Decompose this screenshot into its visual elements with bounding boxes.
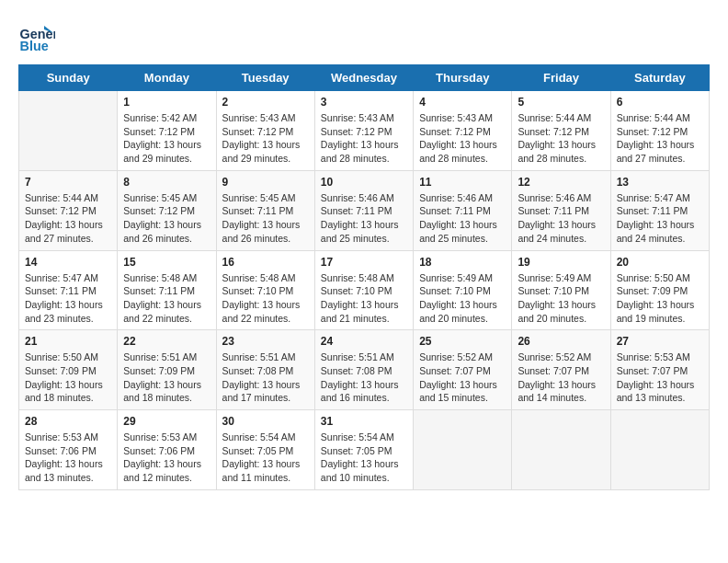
calendar-cell: 25Sunrise: 5:52 AM Sunset: 7:07 PM Dayli… bbox=[414, 330, 512, 410]
day-info: Sunrise: 5:51 AM Sunset: 7:08 PM Dayligh… bbox=[321, 350, 407, 405]
day-info: Sunrise: 5:45 AM Sunset: 7:11 PM Dayligh… bbox=[222, 191, 309, 246]
day-info: Sunrise: 5:43 AM Sunset: 7:12 PM Dayligh… bbox=[222, 111, 309, 166]
day-info: Sunrise: 5:46 AM Sunset: 7:11 PM Dayligh… bbox=[419, 191, 506, 246]
calendar-cell: 31Sunrise: 5:54 AM Sunset: 7:05 PM Dayli… bbox=[314, 410, 413, 490]
day-number: 28 bbox=[25, 415, 111, 428]
day-info: Sunrise: 5:49 AM Sunset: 7:10 PM Dayligh… bbox=[419, 271, 506, 326]
calendar-week-4: 21Sunrise: 5:50 AM Sunset: 7:09 PM Dayli… bbox=[19, 330, 710, 410]
col-header-thursday: Thursday bbox=[414, 65, 512, 91]
calendar-cell: 12Sunrise: 5:46 AM Sunset: 7:11 PM Dayli… bbox=[512, 170, 610, 250]
day-number: 22 bbox=[123, 335, 210, 348]
svg-text:Blue: Blue bbox=[20, 39, 49, 53]
day-number: 9 bbox=[222, 176, 309, 189]
calendar-cell: 9Sunrise: 5:45 AM Sunset: 7:11 PM Daylig… bbox=[216, 170, 314, 250]
day-number: 7 bbox=[25, 176, 111, 189]
day-number: 5 bbox=[518, 96, 604, 109]
calendar-cell: 19Sunrise: 5:49 AM Sunset: 7:10 PM Dayli… bbox=[512, 250, 610, 330]
day-number: 23 bbox=[222, 335, 309, 348]
day-info: Sunrise: 5:54 AM Sunset: 7:05 PM Dayligh… bbox=[321, 431, 407, 485]
day-info: Sunrise: 5:47 AM Sunset: 7:11 PM Dayligh… bbox=[25, 271, 111, 326]
calendar-cell: 29Sunrise: 5:53 AM Sunset: 7:06 PM Dayli… bbox=[118, 410, 216, 490]
calendar-cell: 1Sunrise: 5:42 AM Sunset: 7:12 PM Daylig… bbox=[118, 91, 216, 171]
day-info: Sunrise: 5:45 AM Sunset: 7:12 PM Dayligh… bbox=[123, 191, 210, 246]
day-number: 2 bbox=[222, 96, 309, 109]
calendar-table: SundayMondayTuesdayWednesdayThursdayFrid… bbox=[18, 64, 710, 490]
day-info: Sunrise: 5:44 AM Sunset: 7:12 PM Dayligh… bbox=[617, 111, 703, 166]
day-number: 30 bbox=[222, 415, 309, 428]
calendar-cell: 6Sunrise: 5:44 AM Sunset: 7:12 PM Daylig… bbox=[610, 91, 709, 171]
calendar-cell bbox=[512, 410, 610, 490]
day-info: Sunrise: 5:48 AM Sunset: 7:11 PM Dayligh… bbox=[123, 271, 210, 326]
calendar-week-1: 1Sunrise: 5:42 AM Sunset: 7:12 PM Daylig… bbox=[19, 91, 710, 171]
calendar-cell: 15Sunrise: 5:48 AM Sunset: 7:11 PM Dayli… bbox=[118, 250, 216, 330]
day-number: 1 bbox=[123, 96, 210, 109]
logo: General Blue bbox=[18, 18, 59, 55]
day-number: 21 bbox=[25, 335, 111, 348]
day-info: Sunrise: 5:52 AM Sunset: 7:07 PM Dayligh… bbox=[518, 350, 604, 405]
calendar-cell: 5Sunrise: 5:44 AM Sunset: 7:12 PM Daylig… bbox=[512, 91, 610, 171]
calendar-cell: 21Sunrise: 5:50 AM Sunset: 7:09 PM Dayli… bbox=[19, 330, 118, 410]
day-info: Sunrise: 5:50 AM Sunset: 7:09 PM Dayligh… bbox=[25, 350, 111, 405]
calendar-cell: 20Sunrise: 5:50 AM Sunset: 7:09 PM Dayli… bbox=[610, 250, 709, 330]
day-info: Sunrise: 5:46 AM Sunset: 7:11 PM Dayligh… bbox=[321, 191, 407, 246]
calendar-cell bbox=[19, 91, 118, 171]
calendar-cell: 27Sunrise: 5:53 AM Sunset: 7:07 PM Dayli… bbox=[610, 330, 709, 410]
calendar-cell: 11Sunrise: 5:46 AM Sunset: 7:11 PM Dayli… bbox=[414, 170, 512, 250]
calendar-cell: 10Sunrise: 5:46 AM Sunset: 7:11 PM Dayli… bbox=[314, 170, 413, 250]
calendar-body: 1Sunrise: 5:42 AM Sunset: 7:12 PM Daylig… bbox=[19, 91, 710, 490]
calendar-cell: 18Sunrise: 5:49 AM Sunset: 7:10 PM Dayli… bbox=[414, 250, 512, 330]
day-info: Sunrise: 5:48 AM Sunset: 7:10 PM Dayligh… bbox=[222, 271, 309, 326]
calendar-cell: 23Sunrise: 5:51 AM Sunset: 7:08 PM Dayli… bbox=[216, 330, 314, 410]
day-number: 13 bbox=[617, 176, 703, 189]
day-number: 26 bbox=[518, 335, 604, 348]
day-number: 27 bbox=[617, 335, 703, 348]
calendar-cell bbox=[610, 410, 709, 490]
day-info: Sunrise: 5:53 AM Sunset: 7:06 PM Dayligh… bbox=[25, 431, 111, 485]
day-info: Sunrise: 5:42 AM Sunset: 7:12 PM Dayligh… bbox=[123, 111, 210, 166]
calendar-cell: 16Sunrise: 5:48 AM Sunset: 7:10 PM Dayli… bbox=[216, 250, 314, 330]
calendar-cell: 28Sunrise: 5:53 AM Sunset: 7:06 PM Dayli… bbox=[19, 410, 118, 490]
day-info: Sunrise: 5:44 AM Sunset: 7:12 PM Dayligh… bbox=[518, 111, 604, 166]
day-number: 17 bbox=[321, 256, 407, 269]
day-number: 20 bbox=[617, 256, 703, 269]
day-info: Sunrise: 5:53 AM Sunset: 7:07 PM Dayligh… bbox=[617, 350, 703, 405]
day-info: Sunrise: 5:50 AM Sunset: 7:09 PM Dayligh… bbox=[617, 271, 703, 326]
page-header: General Blue bbox=[18, 18, 710, 55]
calendar-cell: 3Sunrise: 5:43 AM Sunset: 7:12 PM Daylig… bbox=[314, 91, 413, 171]
calendar-cell: 22Sunrise: 5:51 AM Sunset: 7:09 PM Dayli… bbox=[118, 330, 216, 410]
day-number: 10 bbox=[321, 176, 407, 189]
day-number: 31 bbox=[321, 415, 407, 428]
day-number: 24 bbox=[321, 335, 407, 348]
day-number: 15 bbox=[123, 256, 210, 269]
day-number: 16 bbox=[222, 256, 309, 269]
calendar-cell: 13Sunrise: 5:47 AM Sunset: 7:11 PM Dayli… bbox=[610, 170, 709, 250]
day-number: 25 bbox=[419, 335, 506, 348]
day-info: Sunrise: 5:47 AM Sunset: 7:11 PM Dayligh… bbox=[617, 191, 703, 246]
calendar-header-row: SundayMondayTuesdayWednesdayThursdayFrid… bbox=[19, 65, 710, 91]
day-info: Sunrise: 5:54 AM Sunset: 7:05 PM Dayligh… bbox=[222, 431, 309, 485]
calendar-cell: 7Sunrise: 5:44 AM Sunset: 7:12 PM Daylig… bbox=[19, 170, 118, 250]
day-info: Sunrise: 5:43 AM Sunset: 7:12 PM Dayligh… bbox=[321, 111, 407, 166]
day-number: 3 bbox=[321, 96, 407, 109]
day-number: 29 bbox=[123, 415, 210, 428]
day-number: 19 bbox=[518, 256, 604, 269]
day-info: Sunrise: 5:44 AM Sunset: 7:12 PM Dayligh… bbox=[25, 191, 111, 246]
calendar-week-3: 14Sunrise: 5:47 AM Sunset: 7:11 PM Dayli… bbox=[19, 250, 710, 330]
col-header-sunday: Sunday bbox=[19, 65, 118, 91]
day-number: 11 bbox=[419, 176, 506, 189]
day-info: Sunrise: 5:43 AM Sunset: 7:12 PM Dayligh… bbox=[419, 111, 506, 166]
calendar-cell: 30Sunrise: 5:54 AM Sunset: 7:05 PM Dayli… bbox=[216, 410, 314, 490]
day-number: 14 bbox=[25, 256, 111, 269]
col-header-wednesday: Wednesday bbox=[314, 65, 413, 91]
calendar-cell: 14Sunrise: 5:47 AM Sunset: 7:11 PM Dayli… bbox=[19, 250, 118, 330]
calendar-cell: 8Sunrise: 5:45 AM Sunset: 7:12 PM Daylig… bbox=[118, 170, 216, 250]
calendar-cell: 4Sunrise: 5:43 AM Sunset: 7:12 PM Daylig… bbox=[414, 91, 512, 171]
day-number: 18 bbox=[419, 256, 506, 269]
calendar-week-5: 28Sunrise: 5:53 AM Sunset: 7:06 PM Dayli… bbox=[19, 410, 710, 490]
calendar-cell bbox=[414, 410, 512, 490]
day-number: 12 bbox=[518, 176, 604, 189]
day-info: Sunrise: 5:52 AM Sunset: 7:07 PM Dayligh… bbox=[419, 350, 506, 405]
logo-icon: General Blue bbox=[18, 18, 55, 55]
day-number: 4 bbox=[419, 96, 506, 109]
day-info: Sunrise: 5:49 AM Sunset: 7:10 PM Dayligh… bbox=[518, 271, 604, 326]
